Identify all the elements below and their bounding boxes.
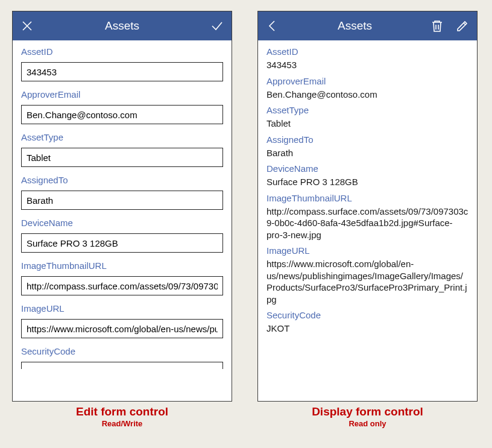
display-form-header: Assets: [258, 11, 477, 40]
display-caption-sub: Read only: [312, 419, 423, 428]
edit-caption-title: Edit form control: [76, 405, 168, 419]
back-icon[interactable]: [265, 19, 280, 33]
d-devicename-label: DeviceName: [266, 163, 468, 174]
d-assettype-value: Tablet: [266, 118, 468, 130]
d-assignedto-value: Barath: [266, 147, 468, 159]
edit-form-title: Assets: [34, 19, 210, 33]
edit-form-phone: Assets AssetID ApproverEmail AssetType A…: [12, 11, 232, 402]
d-securitycode-value: JKOT: [266, 323, 468, 335]
edit-caption: Edit form control Read/Write: [76, 405, 168, 428]
assettype-input[interactable]: [21, 148, 223, 167]
display-caption: Display form control Read only: [312, 405, 423, 428]
approveremail-label: ApproverEmail: [21, 89, 223, 99]
d-imagethumbnailurl-label: ImageThumbnailURL: [266, 193, 468, 203]
imageurl-input[interactable]: [21, 319, 223, 338]
d-imageurl-label: ImageURL: [266, 245, 468, 256]
d-assetid-value: 343453: [266, 59, 468, 71]
imagethumbnailurl-input[interactable]: [21, 276, 223, 295]
display-caption-title: Display form control: [312, 405, 423, 419]
devicename-input[interactable]: [21, 233, 223, 253]
d-imageurl-value: https://www.microsoft.com/global/en-us/n…: [266, 258, 468, 305]
d-assetid-label: AssetID: [266, 46, 468, 57]
imageurl-label: ImageURL: [21, 303, 223, 314]
securitycode-label: SecurityCode: [21, 346, 223, 356]
d-imagethumbnailurl-value: http://compass.surface.com/assets/09/73/…: [266, 206, 468, 241]
display-form-phone: Assets AssetID 343453 ApproverEmail Ben.…: [257, 11, 478, 402]
edit-form-header: Assets: [13, 11, 232, 40]
imagethumbnailurl-label: ImageThumbnailURL: [21, 260, 223, 271]
close-icon[interactable]: [20, 19, 34, 33]
edit-form-body: AssetID ApproverEmail AssetType Assigned…: [13, 40, 232, 401]
assignedto-input[interactable]: [21, 191, 223, 210]
trash-icon[interactable]: [430, 19, 444, 33]
display-form-column: Assets AssetID 343453 ApproverEmail Ben.…: [257, 11, 478, 437]
d-securitycode-label: SecurityCode: [266, 310, 468, 320]
assignedto-label: AssignedTo: [21, 175, 223, 185]
d-assignedto-label: AssignedTo: [266, 134, 468, 145]
assetid-input[interactable]: [21, 62, 223, 81]
d-devicename-value: Surface PRO 3 128GB: [266, 176, 468, 188]
display-form-body: AssetID 343453 ApproverEmail Ben.Change@…: [258, 40, 477, 401]
assettype-label: AssetType: [21, 132, 223, 142]
edit-caption-sub: Read/Write: [76, 419, 168, 428]
edit-form-column: Assets AssetID ApproverEmail AssetType A…: [12, 11, 232, 437]
display-form-title: Assets: [280, 19, 430, 33]
d-assettype-label: AssetType: [266, 105, 468, 115]
d-approveremail-label: ApproverEmail: [266, 76, 468, 86]
d-approveremail-value: Ben.Change@contoso.com: [266, 89, 468, 101]
approveremail-input[interactable]: [21, 105, 223, 124]
checkmark-icon[interactable]: [210, 19, 224, 33]
securitycode-input-partial[interactable]: [21, 362, 223, 369]
pencil-icon[interactable]: [455, 19, 470, 33]
assetid-label: AssetID: [21, 46, 223, 57]
devicename-label: DeviceName: [21, 218, 223, 228]
